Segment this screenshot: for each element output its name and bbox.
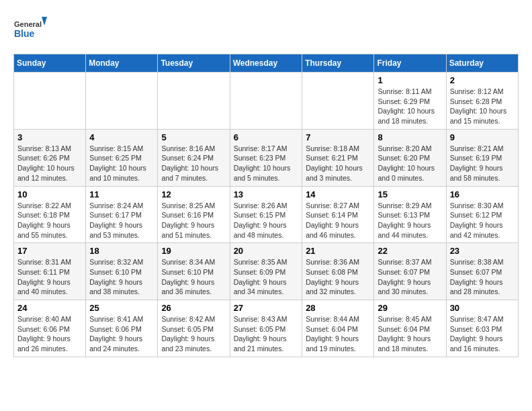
day-info: Sunrise: 8:31 AM Sunset: 6:11 PM Dayligh…: [17, 257, 82, 297]
calendar-cell: 21Sunrise: 8:36 AM Sunset: 6:08 PM Dayli…: [302, 243, 374, 300]
day-info: Sunrise: 8:15 AM Sunset: 6:25 PM Dayligh…: [89, 144, 154, 183]
day-number: 5: [161, 132, 226, 142]
calendar-cell: 3Sunrise: 8:13 AM Sunset: 6:26 PM Daylig…: [14, 129, 86, 186]
day-info: Sunrise: 8:34 AM Sunset: 6:10 PM Dayligh…: [161, 257, 226, 297]
calendar-cell: 24Sunrise: 8:40 AM Sunset: 6:06 PM Dayli…: [14, 300, 86, 357]
calendar-cell: 26Sunrise: 8:42 AM Sunset: 6:05 PM Dayli…: [158, 300, 230, 357]
calendar-cell: 23Sunrise: 8:38 AM Sunset: 6:07 PM Dayli…: [446, 243, 518, 300]
day-number: 7: [306, 132, 370, 142]
day-number: 4: [89, 132, 154, 142]
day-info: Sunrise: 8:16 AM Sunset: 6:24 PM Dayligh…: [161, 144, 226, 183]
calendar-week-2: 3Sunrise: 8:13 AM Sunset: 6:26 PM Daylig…: [14, 129, 519, 186]
day-number: 8: [378, 132, 442, 142]
day-info: Sunrise: 8:45 AM Sunset: 6:04 PM Dayligh…: [378, 314, 442, 354]
day-info: Sunrise: 8:27 AM Sunset: 6:14 PM Dayligh…: [306, 201, 370, 240]
day-number: 22: [378, 246, 442, 256]
day-number: 15: [378, 189, 442, 199]
day-info: Sunrise: 8:18 AM Sunset: 6:21 PM Dayligh…: [306, 144, 370, 183]
day-number: 26: [161, 303, 226, 313]
day-info: Sunrise: 8:13 AM Sunset: 6:26 PM Dayligh…: [17, 144, 82, 183]
weekday-header-monday: Monday: [86, 54, 158, 73]
calendar-cell: 11Sunrise: 8:24 AM Sunset: 6:17 PM Dayli…: [86, 186, 158, 243]
calendar-cell: [302, 73, 374, 130]
weekday-header-thursday: Thursday: [302, 54, 374, 73]
day-info: Sunrise: 8:36 AM Sunset: 6:08 PM Dayligh…: [306, 257, 370, 297]
calendar-cell: 13Sunrise: 8:26 AM Sunset: 6:15 PM Dayli…: [230, 186, 302, 243]
calendar-cell: 17Sunrise: 8:31 AM Sunset: 6:11 PM Dayli…: [14, 243, 86, 300]
day-info: Sunrise: 8:42 AM Sunset: 6:05 PM Dayligh…: [161, 314, 226, 354]
day-info: Sunrise: 8:35 AM Sunset: 6:09 PM Dayligh…: [234, 257, 299, 297]
calendar-week-3: 10Sunrise: 8:22 AM Sunset: 6:18 PM Dayli…: [14, 186, 519, 243]
calendar-cell: [14, 73, 86, 130]
calendar-cell: 14Sunrise: 8:27 AM Sunset: 6:14 PM Dayli…: [302, 186, 374, 243]
day-number: 10: [17, 189, 82, 199]
day-number: 2: [450, 75, 515, 85]
calendar-week-1: 1Sunrise: 8:11 AM Sunset: 6:29 PM Daylig…: [14, 73, 519, 130]
calendar-cell: 19Sunrise: 8:34 AM Sunset: 6:10 PM Dayli…: [158, 243, 230, 300]
weekday-header-saturday: Saturday: [446, 54, 518, 73]
day-number: 25: [89, 303, 154, 313]
calendar-cell: 25Sunrise: 8:41 AM Sunset: 6:06 PM Dayli…: [86, 300, 158, 357]
day-number: 13: [234, 189, 299, 199]
logo-svg: General Blue: [13, 13, 47, 47]
day-info: Sunrise: 8:21 AM Sunset: 6:19 PM Dayligh…: [450, 144, 515, 183]
day-number: 19: [161, 246, 226, 256]
calendar-cell: 8Sunrise: 8:20 AM Sunset: 6:20 PM Daylig…: [374, 129, 446, 186]
calendar-cell: 9Sunrise: 8:21 AM Sunset: 6:19 PM Daylig…: [446, 129, 518, 186]
day-number: 28: [306, 303, 370, 313]
weekday-header-sunday: Sunday: [14, 54, 86, 73]
day-info: Sunrise: 8:22 AM Sunset: 6:18 PM Dayligh…: [17, 201, 82, 240]
day-info: Sunrise: 8:20 AM Sunset: 6:20 PM Dayligh…: [378, 144, 442, 183]
calendar-cell: [86, 73, 158, 130]
calendar-cell: 22Sunrise: 8:37 AM Sunset: 6:07 PM Dayli…: [374, 243, 446, 300]
day-number: 1: [378, 75, 442, 85]
calendar-cell: 6Sunrise: 8:17 AM Sunset: 6:23 PM Daylig…: [230, 129, 302, 186]
day-number: 20: [234, 246, 299, 256]
day-info: Sunrise: 8:38 AM Sunset: 6:07 PM Dayligh…: [450, 257, 515, 297]
day-number: 9: [450, 132, 515, 142]
calendar-cell: 15Sunrise: 8:29 AM Sunset: 6:13 PM Dayli…: [374, 186, 446, 243]
day-info: Sunrise: 8:12 AM Sunset: 6:28 PM Dayligh…: [450, 87, 515, 126]
day-number: 27: [234, 303, 299, 313]
day-number: 17: [17, 246, 82, 256]
day-info: Sunrise: 8:37 AM Sunset: 6:07 PM Dayligh…: [378, 257, 442, 297]
day-number: 12: [161, 189, 226, 199]
weekday-header-tuesday: Tuesday: [158, 54, 230, 73]
calendar-table: SundayMondayTuesdayWednesdayThursdayFrid…: [13, 54, 519, 357]
day-number: 3: [17, 132, 82, 142]
calendar-cell: 5Sunrise: 8:16 AM Sunset: 6:24 PM Daylig…: [158, 129, 230, 186]
day-number: 18: [89, 246, 154, 256]
calendar-cell: 20Sunrise: 8:35 AM Sunset: 6:09 PM Dayli…: [230, 243, 302, 300]
calendar-week-4: 17Sunrise: 8:31 AM Sunset: 6:11 PM Dayli…: [14, 243, 519, 300]
calendar-cell: 29Sunrise: 8:45 AM Sunset: 6:04 PM Dayli…: [374, 300, 446, 357]
day-info: Sunrise: 8:40 AM Sunset: 6:06 PM Dayligh…: [17, 314, 82, 354]
calendar-week-5: 24Sunrise: 8:40 AM Sunset: 6:06 PM Dayli…: [14, 300, 519, 357]
calendar-cell: [230, 73, 302, 130]
day-number: 29: [378, 303, 442, 313]
day-info: Sunrise: 8:44 AM Sunset: 6:04 PM Dayligh…: [306, 314, 370, 354]
day-number: 21: [306, 246, 370, 256]
calendar-cell: 4Sunrise: 8:15 AM Sunset: 6:25 PM Daylig…: [86, 129, 158, 186]
weekday-header-friday: Friday: [374, 54, 446, 73]
day-info: Sunrise: 8:47 AM Sunset: 6:03 PM Dayligh…: [450, 314, 515, 354]
day-info: Sunrise: 8:11 AM Sunset: 6:29 PM Dayligh…: [378, 87, 442, 126]
calendar-cell: 30Sunrise: 8:47 AM Sunset: 6:03 PM Dayli…: [446, 300, 518, 357]
day-number: 23: [450, 246, 515, 256]
calendar-cell: 28Sunrise: 8:44 AM Sunset: 6:04 PM Dayli…: [302, 300, 374, 357]
calendar-cell: 16Sunrise: 8:30 AM Sunset: 6:12 PM Dayli…: [446, 186, 518, 243]
day-info: Sunrise: 8:24 AM Sunset: 6:17 PM Dayligh…: [89, 201, 154, 240]
calendar-cell: 27Sunrise: 8:43 AM Sunset: 6:05 PM Dayli…: [230, 300, 302, 357]
svg-text:Blue: Blue: [14, 28, 35, 39]
day-number: 11: [89, 189, 154, 199]
svg-marker-2: [42, 17, 47, 26]
day-number: 30: [450, 303, 515, 313]
calendar-cell: 2Sunrise: 8:12 AM Sunset: 6:28 PM Daylig…: [446, 73, 518, 130]
logo: General Blue: [13, 13, 47, 47]
day-info: Sunrise: 8:17 AM Sunset: 6:23 PM Dayligh…: [234, 144, 299, 183]
day-info: Sunrise: 8:43 AM Sunset: 6:05 PM Dayligh…: [234, 314, 299, 354]
day-number: 14: [306, 189, 370, 199]
page-header: General Blue: [13, 13, 519, 47]
calendar-cell: 12Sunrise: 8:25 AM Sunset: 6:16 PM Dayli…: [158, 186, 230, 243]
day-number: 24: [17, 303, 82, 313]
calendar-cell: 7Sunrise: 8:18 AM Sunset: 6:21 PM Daylig…: [302, 129, 374, 186]
